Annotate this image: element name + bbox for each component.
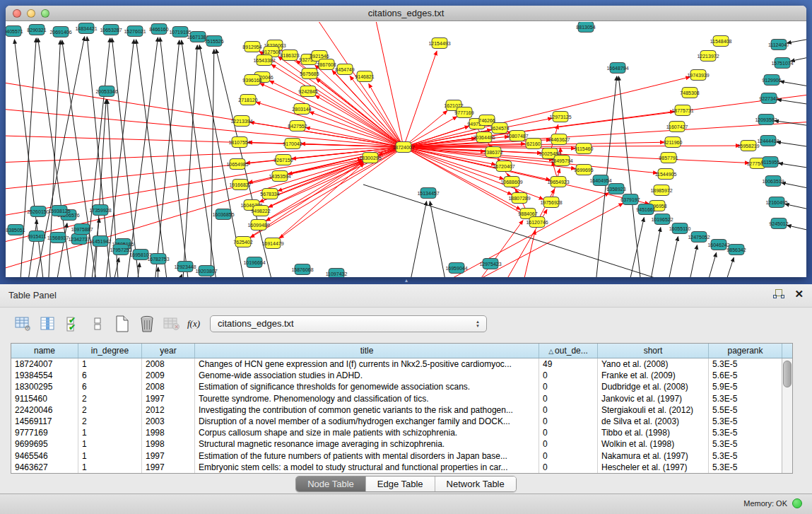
network-edge[interactable] <box>310 112 404 147</box>
network-edge[interactable] <box>785 204 806 213</box>
table-cell[interactable]: 22420046 <box>11 404 78 416</box>
table-cell[interactable]: 0 <box>539 427 598 438</box>
column-header-title[interactable]: title <box>195 344 539 358</box>
network-node[interactable]: 19654923 <box>547 177 569 187</box>
tab-node-table[interactable]: Node Table <box>296 477 366 491</box>
network-node[interactable]: 11451942 <box>90 236 112 247</box>
network-node[interactable]: 14463627 <box>548 134 570 145</box>
network-node[interactable]: 16648794 <box>606 63 628 74</box>
delete-table-icon[interactable]: ✕ <box>163 315 181 333</box>
network-edge[interactable] <box>787 226 806 234</box>
column-header-pagerank[interactable]: pagerank <box>709 344 782 358</box>
table-cell[interactable]: 2009 <box>142 370 195 381</box>
network-node[interactable]: 8290321 <box>27 25 46 35</box>
network-edge[interactable] <box>404 51 437 147</box>
scrollbar-thumb[interactable] <box>783 361 792 387</box>
table-cell[interactable]: 5.3E-5 <box>709 462 782 473</box>
network-edge[interactable] <box>315 95 404 147</box>
network-edge[interactable] <box>160 37 189 277</box>
table-cell[interactable]: 0 <box>539 438 598 450</box>
column-header-year[interactable]: year <box>142 344 195 358</box>
table-cell[interactable]: 1998 <box>142 438 195 450</box>
network-node[interactable]: 9242845 <box>298 86 317 97</box>
network-node[interactable]: 8813054 <box>576 22 595 33</box>
network-edge[interactable] <box>404 77 690 147</box>
network-node[interactable]: 9170042 <box>283 139 302 149</box>
tab-edge-table[interactable]: Edge Table <box>366 477 435 491</box>
network-edge[interactable] <box>332 71 404 147</box>
table-row[interactable]: 2242004622012Investigating the contribut… <box>11 404 792 416</box>
table-cell[interactable]: Changes of HCN gene expression and I(f) … <box>195 358 539 370</box>
network-node[interactable]: 16099489 <box>247 220 269 230</box>
network-node[interactable]: 10807487 <box>506 131 528 141</box>
network-node[interactable]: 15958219 <box>737 141 759 151</box>
network-node[interactable]: 3211960 <box>664 137 683 148</box>
network-node[interactable]: 6379197 <box>620 194 640 205</box>
network-node[interactable]: 15751074 <box>771 58 793 69</box>
network-node[interactable]: 14353594 <box>269 171 290 182</box>
network-node[interactable]: 15938125 <box>48 206 70 216</box>
table-row[interactable]: 946362711997Embryonic stem cells: a mode… <box>11 462 792 473</box>
table-vertical-scrollbar[interactable] <box>782 358 792 473</box>
table-cell[interactable]: 0 <box>539 393 598 404</box>
table-cell[interactable]: 2003 <box>142 416 195 427</box>
network-node[interactable]: 11568937 <box>47 233 69 243</box>
network-node[interactable]: 12093582 <box>755 115 777 125</box>
network-node[interactable]: 20053346 <box>95 86 117 97</box>
table-cell[interactable]: 6 <box>78 381 142 392</box>
column-header-out-de-[interactable]: △out_de... <box>539 344 598 358</box>
function-builder-icon[interactable]: f(x) <box>187 318 200 329</box>
network-node[interactable]: 9405571 <box>6 26 23 37</box>
table-cell[interactable]: Tibbo et al. (1998) <box>598 427 709 438</box>
table-cell[interactable]: 2 <box>78 393 142 404</box>
table-cell[interactable]: 1998 <box>142 427 195 438</box>
network-node[interactable]: 12444419 <box>757 136 779 146</box>
network-node[interactable]: 12975423 <box>479 259 501 269</box>
table-cell[interactable]: 2008 <box>142 358 195 370</box>
network-edge[interactable] <box>666 237 678 277</box>
network-node[interactable]: 10196522 <box>651 214 673 225</box>
network-node[interactable]: 20691406 <box>49 27 71 37</box>
table-cell[interactable]: Franke et al. (2009) <box>598 370 709 381</box>
network-edge[interactable] <box>6 135 404 147</box>
network-node[interactable]: 9777169 <box>454 107 473 118</box>
table-cell[interactable]: 1 <box>78 462 142 473</box>
network-node[interactable]: 11544905 <box>655 169 677 180</box>
table-cell[interactable]: 5.9E-5 <box>709 381 782 392</box>
network-node[interactable]: 15276021 <box>124 26 146 37</box>
network-node[interactable]: 10063519 <box>762 176 784 187</box>
table-cell[interactable]: 5.3E-5 <box>709 438 782 450</box>
float-panel-button[interactable] <box>773 288 784 300</box>
network-node[interactable]: 16782753 <box>147 254 169 264</box>
match-rows-icon[interactable]: ✔✔ <box>64 315 82 333</box>
network-node[interactable]: 2803144 <box>292 104 311 115</box>
table-cell[interactable]: 49 <box>539 358 598 370</box>
table-cell[interactable]: 9115460 <box>11 393 78 404</box>
network-node[interactable]: 8427552 <box>288 121 307 132</box>
table-row[interactable]: 946554611997Estimation of the future num… <box>11 450 792 462</box>
network-node[interactable]: 9498222 <box>251 206 270 216</box>
network-node[interactable]: 10653287 <box>100 25 122 35</box>
network-edge[interactable] <box>430 201 447 277</box>
network-node[interactable]: 16959044 <box>445 263 467 274</box>
network-canvas[interactable]: 1872400789129541422606391275088186323932… <box>6 22 806 277</box>
network-node[interactable]: 9115955 <box>761 157 780 168</box>
table-cell[interactable]: 1 <box>78 450 142 462</box>
table-cell[interactable]: Nakamura et al. (1997) <box>598 450 709 462</box>
network-node[interactable]: 2718120 <box>238 95 257 105</box>
network-node[interactable]: 15876068 <box>291 264 313 275</box>
network-node[interactable]: 9396168 <box>242 75 261 86</box>
table-cell[interactable]: 1 <box>78 438 142 450</box>
table-cell[interactable]: 0 <box>539 450 598 462</box>
network-edge[interactable] <box>777 142 806 149</box>
table-row[interactable]: 969969511998Structural magnetic resonanc… <box>11 438 792 450</box>
network-node[interactable]: 12213394 <box>230 116 252 127</box>
network-node[interactable]: 9227342 <box>759 93 778 104</box>
network-node[interactable]: 12475052 <box>688 232 710 243</box>
network-node[interactable]: 16914479 <box>261 238 283 249</box>
table-cell[interactable]: Stergiakouli et al. (2012) <box>598 404 709 416</box>
window-titlebar[interactable]: citations_edges.txt <box>6 6 806 21</box>
network-node[interactable]: 12973125 <box>549 112 571 122</box>
network-node[interactable]: 7515526 <box>204 36 223 47</box>
network-edge[interactable] <box>6 107 404 147</box>
